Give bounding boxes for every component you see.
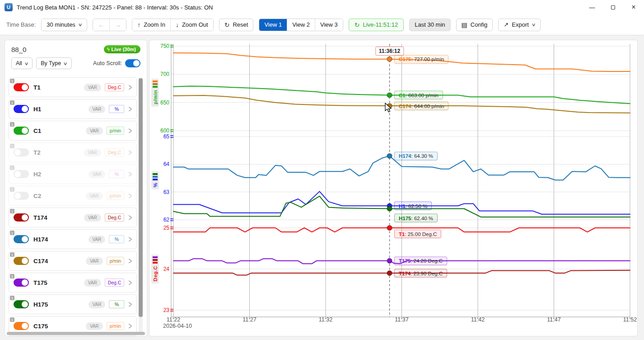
chevron-right-icon[interactable]: > — [128, 321, 132, 331]
toggle-knob — [22, 301, 28, 307]
x-axis-date-label: 2026-04-10 — [163, 323, 192, 329]
scrollbar-thumb[interactable] — [139, 78, 143, 317]
channel-item-T2[interactable]: 1 T2 VAR Deg.C > — [9, 142, 137, 162]
channel-visibility-toggle[interactable] — [14, 257, 29, 265]
view-tab-1[interactable]: View 1 — [259, 19, 287, 31]
view-tab-3[interactable]: View 3 — [315, 19, 343, 31]
channel-name: T1 — [33, 84, 84, 91]
channel-visibility-toggle[interactable] — [14, 300, 29, 308]
channel-visibility-toggle[interactable] — [14, 127, 29, 135]
crosshair-time-label: 11:36:12 — [375, 47, 404, 56]
channel-item-T174[interactable]: 1 T174 VAR Deg.C > — [9, 208, 137, 227]
channel-name: T2 — [33, 149, 84, 156]
channel-visibility-toggle[interactable] — [14, 148, 29, 156]
maximize-icon — [611, 5, 615, 9]
channel-visibility-toggle[interactable] — [14, 279, 29, 287]
channel-item-C2[interactable]: 1 C2 VAR p/min > — [9, 186, 137, 206]
channel-visibility-toggle[interactable] — [14, 213, 29, 222]
filter-type-dropdown[interactable]: By Type ∨ — [36, 57, 71, 69]
title-bar: U Trend Log Beta MON1 - SN: 247225 - Pan… — [0, 0, 644, 14]
cursor-marker-T1 — [387, 226, 392, 231]
y-tick-label: 750 — [160, 43, 169, 49]
auto-scroll-label: Auto Scroll: — [93, 60, 122, 66]
tooltip-series-name: T175 — [399, 258, 411, 264]
reset-button[interactable]: ↻ Reset — [219, 19, 254, 31]
channel-item-T1[interactable]: 1 T1 VAR Deg.C > — [9, 77, 137, 97]
channel-name: H175 — [33, 301, 89, 308]
group-title: 88_0 — [11, 46, 26, 53]
channel-count-badge: 1 — [10, 122, 14, 127]
value-tooltip-H1: H1: 62.50 % — [394, 202, 432, 210]
back-button[interactable]: ← — [93, 19, 109, 31]
chevron-right-icon[interactable]: > — [128, 278, 132, 288]
channel-item-C1[interactable]: 1 C1 VAR p/min > — [9, 121, 137, 141]
main-content: 88_0 ϟ Live (30m) All ∨ By Type ∨ Auto S… — [0, 36, 644, 340]
axis-legend-swatch — [153, 179, 158, 180]
sidebar-scrollbar[interactable] — [139, 77, 143, 333]
chevron-right-icon[interactable]: > — [128, 169, 132, 179]
toggle-knob — [22, 279, 28, 286]
channel-visibility-toggle[interactable] — [14, 322, 29, 330]
maximize-button[interactable] — [602, 0, 623, 14]
live-status-button[interactable]: ↻ Live-11:51:12 — [349, 19, 404, 31]
chevron-right-icon[interactable]: > — [128, 191, 132, 201]
toggle-knob — [133, 60, 140, 66]
chart-plot-area[interactable]: 11:2211:2711:3211:3711:4211:4711:522026-… — [149, 40, 637, 336]
zoom-out-button[interactable]: ↓ Zoom Out — [170, 19, 213, 31]
value-tooltip-T174: T174: 23.90 Deg.C — [394, 269, 447, 278]
zoom-in-button[interactable]: ↑ Zoom In — [132, 19, 170, 31]
channel-item-H1[interactable]: 1 H1 VAR % > — [9, 99, 137, 119]
filter-all-dropdown[interactable]: All ∨ — [11, 57, 33, 69]
toggle-knob — [22, 323, 28, 329]
chevron-right-icon[interactable]: > — [128, 147, 132, 158]
tooltip-series-name: T174 — [399, 270, 411, 276]
cursor-marker-T174 — [387, 271, 392, 276]
channel-item-H2[interactable]: 1 H2 VAR % > — [9, 164, 137, 184]
channel-var-badge: VAR — [86, 127, 103, 135]
tooltip-series-name: H174 — [399, 153, 411, 159]
channel-var-badge: VAR — [89, 236, 106, 243]
channel-visibility-toggle[interactable] — [14, 105, 29, 113]
channel-var-badge: VAR — [86, 257, 103, 265]
view-tab-2[interactable]: View 2 — [287, 19, 315, 31]
sidebar-header: 88_0 ϟ Live (30m) All ∨ By Type ∨ Auto S… — [5, 40, 147, 69]
channel-visibility-toggle[interactable] — [14, 83, 29, 91]
channel-name: T174 — [33, 214, 84, 221]
x-tick-label: 11:37 — [395, 316, 408, 323]
axis-legend-swatch — [153, 80, 158, 82]
toggle-knob — [22, 236, 28, 242]
config-button[interactable]: ▤ Config — [456, 19, 493, 31]
chevron-right-icon[interactable]: > — [128, 256, 132, 266]
toolbar: Time Base: 30 minutes ∨ ← → ↑ Zoom In ↓ … — [0, 14, 644, 35]
last-30-min-button[interactable]: Last 30 min — [409, 19, 450, 31]
chevron-right-icon[interactable]: > — [128, 126, 132, 136]
channel-item-C174[interactable]: 1 C174 VAR p/min > — [9, 251, 137, 271]
channel-visibility-toggle[interactable] — [14, 235, 29, 243]
auto-scroll-toggle[interactable] — [125, 59, 140, 67]
chevron-right-icon[interactable]: > — [128, 104, 132, 114]
channel-item-H174[interactable]: 1 H174 VAR % > — [9, 229, 137, 249]
export-icon: ↗ — [504, 21, 509, 28]
forward-button[interactable]: → — [109, 19, 126, 31]
channel-unit-badge: % — [109, 105, 124, 113]
time-base-dropdown[interactable]: 30 minutes ∨ — [41, 19, 87, 31]
channel-count-badge: 1 — [10, 231, 14, 235]
minimize-button[interactable]: — — [582, 0, 602, 14]
chevron-right-icon[interactable]: > — [128, 234, 132, 245]
channel-unit-badge: Deg.C — [105, 83, 125, 91]
close-button[interactable]: × — [623, 0, 644, 14]
sidebar-horizontal-scrollbar[interactable] — [7, 332, 145, 335]
channel-list: 1 T1 VAR Deg.C > 1 H1 VAR % > 1 C1 VAR p… — [9, 77, 137, 336]
channel-unit-badge: Deg.C — [105, 279, 125, 287]
channel-visibility-toggle[interactable] — [14, 192, 29, 200]
export-dropdown-button[interactable]: ↗ Export ∨ — [498, 19, 541, 31]
channel-var-badge: VAR — [84, 214, 101, 222]
channel-sidebar: 88_0 ϟ Live (30m) All ∨ By Type ∨ Auto S… — [5, 40, 147, 336]
tooltip-series-value: 23.90 Deg.C — [414, 270, 443, 276]
channel-item-H175[interactable]: 1 H175 VAR % > — [9, 294, 137, 314]
chevron-right-icon[interactable]: > — [128, 82, 132, 93]
chevron-right-icon[interactable]: > — [128, 299, 132, 310]
channel-item-T175[interactable]: 1 T175 VAR Deg.C > — [9, 273, 137, 293]
chevron-right-icon[interactable]: > — [128, 212, 132, 223]
channel-visibility-toggle[interactable] — [14, 170, 29, 178]
